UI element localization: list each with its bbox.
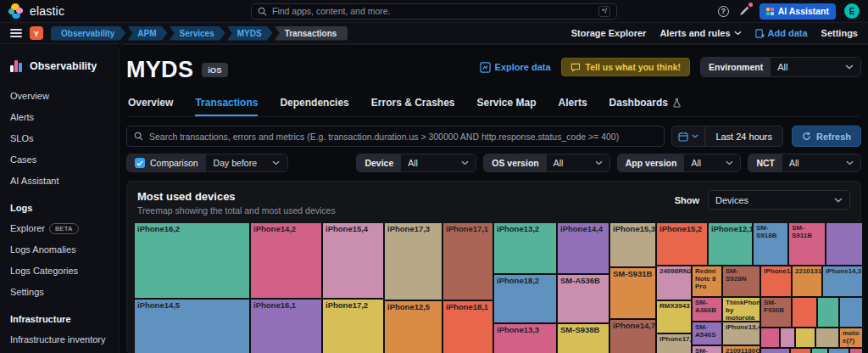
elastic-brand[interactable]: elastic <box>8 3 220 19</box>
sidebar-item-logs-categories[interactable]: Logs Categories <box>10 266 110 276</box>
tab-transactions[interactable]: Transactions <box>195 97 258 116</box>
treemap-cell-22101316g[interactable]: 22101316G <box>792 266 822 297</box>
treemap-cell[interactable] <box>792 297 817 328</box>
treemap-cell-iphone17-3[interactable]: iPhone17,3 <box>384 222 442 300</box>
treemap-cell-iphone14-3[interactable]: iPhone14,3 <box>822 266 863 297</box>
breadcrumb-services[interactable]: Services <box>170 26 225 41</box>
treemap-cell-iphone13-3[interactable]: iPhone13,3 <box>493 323 557 353</box>
newsfeed-icon[interactable] <box>737 4 751 18</box>
treemap-cell-iphone17-5[interactable]: iPhone17,5 <box>656 333 692 353</box>
treemap-cell-21091180g[interactable]: 21091180G <box>722 345 760 353</box>
treemap-cell-iphone15-2[interactable]: iPhone15,2 <box>656 222 708 266</box>
treemap-cell-iphone14-5[interactable]: iPhone14,5 <box>134 299 250 353</box>
treemap-cell[interactable] <box>811 348 828 353</box>
treemap-cell-sm-s931b[interactable]: SM-S931B <box>609 267 656 319</box>
comparison-checkbox[interactable] <box>135 158 145 168</box>
environment-select[interactable]: All <box>771 58 860 76</box>
explore-data-link[interactable]: Explore data <box>480 62 551 73</box>
treemap-cell-rmx3943[interactable]: RMX3943 <box>656 300 692 333</box>
tab-errors-crashes[interactable]: Errors & Crashes <box>371 97 455 116</box>
treemap-cell[interactable] <box>795 328 815 348</box>
date-picker-button[interactable] <box>671 126 705 147</box>
treemap-cell-iphone14-2[interactable]: iPhone14,2 <box>250 222 322 299</box>
treemap-cell[interactable] <box>815 328 839 348</box>
breadcrumb-observability[interactable]: Observability <box>51 26 125 41</box>
tab-dependencies[interactable]: Dependencies <box>280 97 348 116</box>
user-avatar[interactable]: E <box>844 3 860 19</box>
treemap-cell-iphone17-2[interactable]: iPhone17,2 <box>322 299 384 353</box>
device-select[interactable]: All <box>401 154 476 171</box>
add-data-link[interactable]: Add data <box>755 28 808 38</box>
comparison-select[interactable]: Day before <box>206 154 287 171</box>
treemap-cell-sm-s928n[interactable]: SM-S928N <box>722 266 760 297</box>
treemap-cell-iphone12-3[interactable]: iPhone12,3 <box>760 266 792 297</box>
treemap-cell[interactable] <box>760 328 780 348</box>
transactions-search-input[interactable]: Search transactions, errors and metrics … <box>126 126 665 147</box>
refresh-button[interactable]: Refresh <box>792 126 861 147</box>
sidebar-item-slos[interactable]: SLOs <box>10 133 110 143</box>
treemap-cell-iphone13-2[interactable]: iPhone13,2 <box>493 222 557 274</box>
treemap-cell[interactable] <box>849 348 863 353</box>
treemap-cell-iphone12-5[interactable]: iPhone12,5 <box>384 300 442 353</box>
treemap-cell-redmi-note-8-pro[interactable]: Redmi Note 8 Pro <box>692 266 722 297</box>
treemap-cell-iphone18-1[interactable]: iPhone18,1 <box>442 300 493 353</box>
storage-explorer-link[interactable]: Storage Explorer <box>571 28 647 38</box>
treemap-cell-sm-f936b[interactable]: SM-F936B <box>760 297 792 328</box>
show-select[interactable]: Devices <box>708 190 850 210</box>
treemap-cell[interactable] <box>790 348 811 353</box>
sidebar-item-explorer[interactable]: ExplorerBETA <box>10 223 110 233</box>
treemap-cell-sm-s918b[interactable]: SM-S918B <box>753 222 788 266</box>
treemap-cell-sm-s938b[interactable]: SM-S938B <box>557 323 609 353</box>
sidebar-item-overview[interactable]: Overview <box>10 91 110 101</box>
time-range-button[interactable]: Last 24 hours <box>705 126 783 147</box>
treemap-cell-24098rn2ca[interactable]: 24098RN2CA <box>656 266 692 300</box>
app-version-select[interactable]: All <box>684 154 740 171</box>
global-search-input[interactable]: Find apps, content, and more. */ <box>251 3 617 20</box>
treemap-cell[interactable] <box>780 328 795 348</box>
treemap-cell[interactable] <box>828 348 849 353</box>
sidebar-item-ai-assistant[interactable]: AI Assistant <box>10 176 110 186</box>
settings-link[interactable]: Settings <box>821 28 858 38</box>
sidebar-item-infrastructure-inventory[interactable]: Infrastructure inventory <box>10 334 110 345</box>
alerts-and-rules-menu[interactable]: Alerts and rules <box>659 28 741 38</box>
tab-service-map[interactable]: Service Map <box>477 97 537 116</box>
service-tabs: Overview Transactions Dependencies Error… <box>128 97 860 117</box>
space-badge[interactable]: Y <box>30 26 43 40</box>
treemap-cell-iphone16-1[interactable]: iPhone16,1 <box>250 299 322 353</box>
treemap-cell-iphone13-4[interactable]: iPhone13,4 <box>722 322 760 345</box>
sidebar-item-cases[interactable]: Cases <box>10 154 110 165</box>
tab-alerts[interactable]: Alerts <box>559 97 587 116</box>
treemap-cell-iphone14-4[interactable]: iPhone14,4 <box>557 222 609 274</box>
treemap-cell-sm-s911b[interactable]: SM-S911B <box>788 222 826 266</box>
sidebar-item-logs-settings[interactable]: Settings <box>10 287 110 297</box>
treemap-cell[interactable] <box>760 348 790 353</box>
sidebar-item-alerts[interactable]: Alerts <box>10 112 110 122</box>
treemap-cell-moto-e-7-plus[interactable]: moto e(7) plus <box>839 328 863 348</box>
help-icon[interactable]: ? <box>718 6 729 17</box>
treemap-cell-iphone15-4[interactable]: iPhone15,4 <box>322 222 384 299</box>
treemap-cell-sm-s901u1[interactable]: SM-S901U1 <box>692 345 722 353</box>
menu-icon[interactable] <box>10 29 22 37</box>
tab-dashboards[interactable]: Dashboards <box>609 97 682 116</box>
treemap-cell-iphone12-1[interactable]: iPhone12,1 <box>708 222 753 266</box>
feedback-button[interactable]: Tell us what you think! <box>561 58 690 76</box>
sidebar-item-logs-anomalies[interactable]: Logs Anomalies <box>10 244 110 255</box>
breadcrumb-apm[interactable]: APM <box>127 26 167 41</box>
treemap-cell-iphone15-3[interactable]: iPhone15,3 <box>609 222 656 267</box>
os-version-select[interactable]: All <box>547 154 609 171</box>
treemap-cell-sm-a546s[interactable]: SM-A546S <box>692 322 722 345</box>
nct-select[interactable]: All <box>782 154 860 171</box>
treemap-cell-thinkphone-by-motorola[interactable]: ThinkPhone by motorola <box>722 297 760 322</box>
treemap-cell-iphone16-2[interactable]: iPhone16,2 <box>134 222 250 299</box>
treemap-cell[interactable] <box>826 222 863 266</box>
treemap-cell-iphone18-2[interactable]: iPhone18,2 <box>493 274 557 323</box>
treemap-cell-iphone17-1[interactable]: iPhone17,1 <box>442 222 493 300</box>
treemap-cell-iphone14-7[interactable]: iPhone14,7 <box>609 319 656 353</box>
treemap-cell-sm-a366b[interactable]: SM-A366B <box>692 297 722 322</box>
breadcrumb-myds[interactable]: MYDS <box>227 26 273 41</box>
treemap-cell-sm-a536b[interactable]: SM-A536B <box>557 274 609 323</box>
treemap-cell[interactable] <box>839 297 863 328</box>
ai-assistant-button[interactable]: AI Assistant <box>760 3 836 20</box>
tab-overview[interactable]: Overview <box>128 97 173 116</box>
treemap-cell[interactable] <box>817 297 839 328</box>
